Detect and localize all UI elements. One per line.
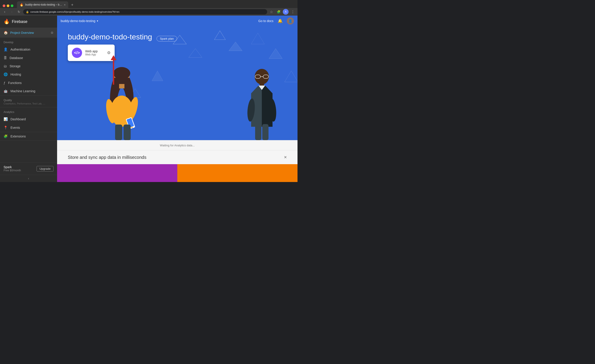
promo-cards-row <box>57 164 298 182</box>
project-chevron-icon[interactable]: ▾ <box>97 19 98 22</box>
plan-info: Spark Free $0/month <box>4 165 21 172</box>
address-bar: ‹ › ↻ 🔒 console.firebase.google.com/u/0/… <box>0 8 298 16</box>
sidebar-header: 🔥 Firebase <box>0 16 57 28</box>
authentication-icon: 👤 <box>4 48 8 51</box>
red-arrow <box>111 55 116 85</box>
sidebar-item-events[interactable]: 📍 Events <box>0 124 57 132</box>
svg-rect-12 <box>119 84 124 89</box>
extensions-label: Extensions <box>10 135 26 138</box>
functions-icon: ƒ <box>4 81 5 85</box>
firebase-title: Firebase <box>12 19 28 24</box>
hero-project-title: buddy-demo-todo-testing <box>68 33 152 41</box>
project-name: buddy-demo-todo-testing <box>61 19 95 23</box>
user-avatar[interactable]: 👤 <box>287 17 294 25</box>
browser-chrome: 🔥 buddy-demo-todo-testing – b… × + ‹ › ↻… <box>0 0 298 16</box>
events-label: Events <box>10 126 20 130</box>
dashboard-label: Dashboard <box>10 117 26 121</box>
menu-icon[interactable]: ⋮ <box>290 9 296 15</box>
sidebar-item-hosting[interactable]: 🌐 Hosting <box>0 70 57 79</box>
svg-rect-28 <box>255 124 261 140</box>
firebase-logo: 🔥 <box>4 19 10 25</box>
home-icon: 🏠 <box>4 31 8 35</box>
extension-icon[interactable]: 🧩 <box>276 9 282 15</box>
events-icon: 📍 <box>4 126 8 130</box>
sidebar-item-functions[interactable]: ƒ Functions <box>0 79 57 87</box>
app-card: </> Web app Web App ⚙ <box>68 45 115 61</box>
new-tab-button[interactable]: + <box>69 2 75 8</box>
svg-rect-18 <box>115 124 122 140</box>
upgrade-button[interactable]: Upgrade <box>36 166 54 172</box>
promo-card-orange[interactable] <box>177 164 298 182</box>
sidebar-item-authentication[interactable]: 👤 Authentication <box>0 45 57 54</box>
storage-label: Storage <box>10 64 21 68</box>
machine-learning-label: Machine Learning <box>10 89 35 93</box>
plan-price: Free $0/month <box>4 169 21 172</box>
sidebar-item-project-overview[interactable]: 🏠 Project Overview ⚙ <box>0 28 57 38</box>
machine-learning-icon: 🤖 <box>4 89 8 93</box>
database-label: Database <box>10 56 23 60</box>
quality-section-sub: Crashlytics, Performance, Test Lab, … <box>0 102 57 107</box>
profile-icon[interactable]: A <box>283 9 289 15</box>
main-content: buddy-demo-todo-testing ▾ Go to docs 🔔 👤… <box>57 16 298 182</box>
traffic-light-yellow[interactable] <box>7 4 9 7</box>
app-layout: 🔥 Firebase 🏠 Project Overview ⚙ Develop … <box>0 16 298 182</box>
active-tab[interactable]: 🔥 buddy-demo-todo-testing – b… × <box>17 1 68 8</box>
notification-bell-icon[interactable]: 🔔 <box>276 17 284 25</box>
spark-plan-badge[interactable]: Spark plan <box>156 36 177 41</box>
arrow-head-up <box>111 55 116 60</box>
svg-marker-1 <box>189 48 202 57</box>
top-bar-left: buddy-demo-todo-testing ▾ <box>61 19 98 23</box>
traffic-light-green[interactable] <box>11 4 13 7</box>
sidebar-footer: Spark Free $0/month Upgrade <box>0 162 57 175</box>
top-bar-right: Go to docs 🔔 👤 <box>258 17 294 25</box>
go-to-docs-link[interactable]: Go to docs <box>258 19 273 23</box>
url-bar[interactable]: 🔒 console.firebase.google.com/u/0/projec… <box>23 9 267 14</box>
extensions-icon: 🧩 <box>4 134 8 138</box>
top-bar: buddy-demo-todo-testing ▾ Go to docs 🔔 👤 <box>57 16 298 26</box>
svg-marker-5 <box>269 48 282 59</box>
functions-label: Functions <box>8 81 22 85</box>
dashboard-icon: 📊 <box>4 117 8 121</box>
storage-icon: 🗂 <box>4 64 7 68</box>
tab-title: buddy-demo-todo-testing – b… <box>25 3 62 6</box>
hosting-icon: 🌐 <box>4 72 8 76</box>
url-text: console.firebase.google.com/u/0/project/… <box>30 10 120 13</box>
hero-section: buddy-demo-todo-testing Spark plan <box>57 26 298 140</box>
app-settings-button[interactable]: ⚙ <box>107 50 111 55</box>
traffic-light-red[interactable] <box>3 4 5 7</box>
svg-rect-29 <box>262 124 269 140</box>
tab-favicon: 🔥 <box>20 3 23 7</box>
person-right-illustration <box>244 64 280 140</box>
tab-close-icon[interactable]: × <box>64 3 66 7</box>
app-info: Web app Web App <box>85 49 104 56</box>
person-left-illustration <box>102 64 142 140</box>
close-bottom-panel-button[interactable]: × <box>284 154 287 160</box>
bookmark-icon[interactable]: ☆ <box>269 9 274 15</box>
develop-section-label: Develop <box>0 38 57 45</box>
project-overview-label: Project Overview <box>10 31 48 34</box>
plan-name: Spark <box>4 165 21 169</box>
database-icon: 🗄 <box>4 56 7 60</box>
analytics-waiting-bar: Waiting for Analytics data... <box>57 140 298 150</box>
sidebar: 🔥 Firebase 🏠 Project Overview ⚙ Develop … <box>0 16 57 182</box>
sidebar-item-extensions[interactable]: 🧩 Extensions <box>0 132 57 141</box>
sidebar-item-storage[interactable]: 🗂 Storage <box>0 62 57 70</box>
forward-button[interactable]: › <box>9 9 15 15</box>
analytics-section-label: Analytics <box>0 107 57 115</box>
back-button[interactable]: ‹ <box>2 9 7 15</box>
sidebar-item-database[interactable]: 🗄 Database <box>0 54 57 62</box>
tab-bar: 🔥 buddy-demo-todo-testing – b… × + <box>0 0 298 8</box>
sidebar-item-dashboard[interactable]: 📊 Dashboard <box>0 115 57 124</box>
app-code-icon: </> <box>74 51 80 55</box>
arrow-shaft <box>113 60 114 85</box>
reload-button[interactable]: ↻ <box>16 9 22 15</box>
svg-rect-19 <box>124 124 131 140</box>
sidebar-collapse-button[interactable]: ‹ <box>0 175 57 182</box>
settings-icon[interactable]: ⚙ <box>51 31 54 34</box>
hero-title-area: buddy-demo-todo-testing Spark plan <box>57 26 298 45</box>
promo-card-purple[interactable] <box>57 164 177 182</box>
analytics-waiting-text: Waiting for Analytics data... <box>160 144 195 147</box>
authentication-label: Authentication <box>10 48 30 51</box>
bottom-panel-title: Store and sync app data in milliseconds <box>68 155 280 160</box>
sidebar-item-machine-learning[interactable]: 🤖 Machine Learning <box>0 87 57 96</box>
